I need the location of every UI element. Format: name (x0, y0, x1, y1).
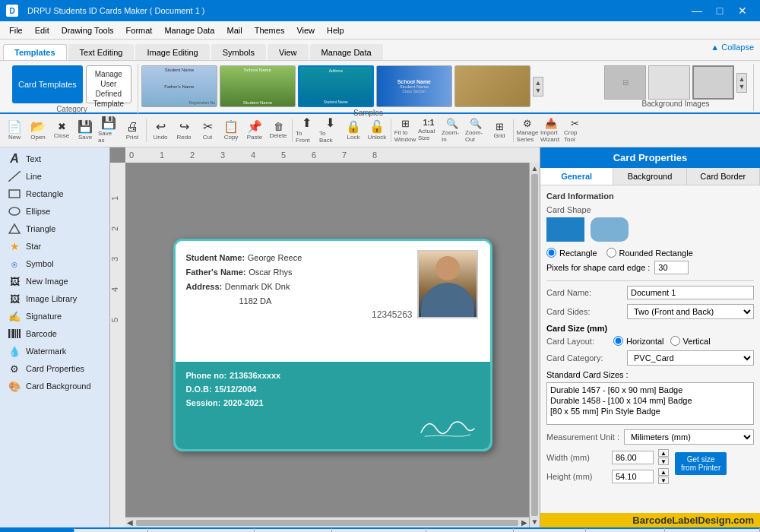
card-properties-tool[interactable]: ⚙ Card Properties (3, 360, 106, 377)
rect-radio[interactable] (546, 248, 556, 258)
send-mail-button[interactable]: Send Mail (514, 528, 585, 532)
grid-button[interactable]: ⊞Grid (488, 117, 511, 144)
unlock-button[interactable]: 🔓Unlock (366, 117, 388, 144)
delete-button[interactable]: 🗑Delete (267, 117, 290, 144)
props-tab-card-border[interactable]: Card Border (687, 168, 760, 185)
std-sizes-list[interactable]: Durable 1457 - [60 x 90 mm] Badge Durabl… (546, 382, 754, 425)
fit-window-button[interactable]: ⊞Fit to Window (394, 117, 416, 144)
tab-symbols[interactable]: Symbols (211, 44, 266, 60)
horizontal-radio[interactable] (613, 336, 623, 346)
width-input[interactable] (612, 451, 654, 464)
copy-button[interactable]: 📋Copy (220, 117, 242, 144)
tab-manage-data[interactable]: Manage Data (310, 44, 383, 60)
cut-button[interactable]: ✂Cut (196, 117, 219, 144)
card-batch-data-button[interactable]: Card Batch Data (665, 528, 760, 532)
close-button[interactable]: ✕ (731, 0, 754, 21)
tab-text-editing[interactable]: Text Editing (68, 44, 135, 60)
close-button-tb[interactable]: ✖Close (50, 117, 73, 144)
symbol-tool[interactable]: ⍟ Symbol (3, 255, 106, 272)
triangle-tool[interactable]: Triangle (3, 220, 106, 237)
samples-scrollbar[interactable]: ▲ ▼ (533, 77, 543, 97)
sample-thumb-2[interactable]: School Name Student Name (220, 65, 296, 107)
crop-tool-button[interactable]: ✂Crop Tool (563, 117, 586, 144)
actual-size-button[interactable]: 1:1Actual Size (417, 117, 440, 144)
watermark-tool[interactable]: 💧 Watermark (3, 343, 106, 359)
sample-thumb-1[interactable]: Student Name Father's Name Registration … (141, 65, 217, 107)
ellipse-tool[interactable]: Ellipse (3, 203, 106, 220)
card-back-button[interactable]: Card Back (74, 528, 148, 532)
menu-view[interactable]: View (290, 21, 321, 40)
pixels-input[interactable] (654, 261, 689, 274)
vertical-radio[interactable] (670, 336, 680, 346)
props-tab-background[interactable]: Background (613, 168, 686, 185)
id-card[interactable]: Student Name: George Reece Father's Name… (173, 239, 492, 451)
bg-thumb-2[interactable] (648, 65, 690, 100)
signature-tool[interactable]: ✍ Signature (3, 308, 106, 325)
tab-templates[interactable]: Templates (3, 44, 67, 60)
sample-thumb-3[interactable]: Address Student Name (298, 65, 374, 107)
import-wizard-button[interactable]: 📥Import Wizard (540, 117, 562, 144)
menu-file[interactable]: File (3, 21, 29, 40)
menu-help[interactable]: Help (321, 21, 350, 40)
new-image-tool[interactable]: 🖼 New Image (3, 273, 106, 290)
card-background-tool[interactable]: 🎨 Card Background (3, 378, 106, 394)
card-category-select[interactable]: PVC_Card Paper Card (627, 350, 754, 366)
print-design-button[interactable]: Print Design (586, 528, 666, 532)
barcode-tool[interactable]: Barcode (3, 325, 106, 342)
bg-thumb-1[interactable]: ⊟ (604, 65, 646, 100)
height-input[interactable] (612, 470, 654, 483)
export-image-button[interactable]: Export as Image (332, 528, 426, 532)
line-tool[interactable]: Line (3, 168, 106, 185)
to-back-button[interactable]: ⬇To Back (318, 117, 341, 144)
get-size-button[interactable]: Get size from Printer (675, 452, 727, 475)
star-tool[interactable]: ★ Star (3, 238, 106, 255)
menu-manage-data[interactable]: Manage Data (158, 21, 220, 40)
redo-button[interactable]: ↪Redo (173, 117, 195, 144)
save-button[interactable]: 💾Save (74, 117, 97, 144)
card-name-input[interactable] (627, 286, 754, 299)
image-library-tool[interactable]: 🖼 Image Library (3, 290, 106, 307)
export-pdf-button[interactable]: PDF Export as PDF (426, 528, 514, 532)
text-tool[interactable]: A Text (3, 150, 106, 167)
rectangle-tool[interactable]: Rectangle (3, 185, 106, 202)
height-up-btn[interactable]: ▲ (658, 468, 669, 476)
measurement-select[interactable]: Milimeters (mm) Inches (624, 429, 754, 445)
std-size-2[interactable]: Durable 1458 - [100 x 104 mm] Badge (549, 395, 752, 406)
std-size-3[interactable]: [80 x 55 mm] Pin Style Badge (549, 406, 752, 416)
sample-thumb-5[interactable] (454, 65, 530, 107)
zoom-in-button[interactable]: 🔍Zoom-In (441, 117, 464, 144)
new-button[interactable]: 📄New (3, 117, 26, 144)
user-defined-btn[interactable]: Manage User Defined Template (86, 65, 131, 103)
bg-thumb-3[interactable] (692, 65, 734, 100)
menu-mail[interactable]: Mail (220, 21, 248, 40)
card-sides-select[interactable]: Two (Front and Back) One (Front Only) (627, 304, 754, 319)
sample-thumb-4[interactable]: School Name Student Name Class Section (376, 65, 452, 107)
height-down-btn[interactable]: ▼ (658, 477, 669, 484)
paste-button[interactable]: 📌Paste (243, 117, 266, 144)
menu-format[interactable]: Format (120, 21, 159, 40)
tab-view[interactable]: View (268, 44, 309, 60)
rounded-radio[interactable] (606, 248, 616, 258)
to-front-button[interactable]: ⬆To Front (295, 117, 318, 144)
bg-scrollbar[interactable]: ▲ ▼ (736, 73, 747, 93)
width-up-btn[interactable]: ▲ (658, 449, 669, 457)
undo-button[interactable]: ↩Undo (149, 117, 172, 144)
manage-series-button[interactable]: ⚙Manage Series (516, 117, 539, 144)
menu-themes[interactable]: Themes (249, 21, 291, 40)
card-templates-btn[interactable]: Card Templates (12, 65, 83, 103)
tab-image-editing[interactable]: Image Editing (135, 44, 209, 60)
user-profile-button[interactable]: User Profile (255, 528, 332, 532)
print-button[interactable]: 🖨Print (121, 117, 144, 144)
minimize-button[interactable]: — (686, 0, 708, 21)
std-size-1[interactable]: Durable 1457 - [60 x 90 mm] Badge (549, 385, 752, 395)
open-button[interactable]: 📂Open (27, 117, 49, 144)
save-as-button[interactable]: 💾Save as (97, 117, 120, 144)
props-tab-general[interactable]: General (540, 168, 613, 185)
width-down-btn[interactable]: ▼ (658, 458, 669, 465)
card-front-button[interactable]: Card Front (0, 528, 74, 532)
collapse-button[interactable]: ▲ Collapse (711, 43, 754, 52)
menu-drawing-tools[interactable]: Drawing Tools (55, 21, 120, 40)
zoom-out-button[interactable]: 🔍Zoom-Out (464, 117, 487, 144)
copy-current-design-button[interactable]: Copy current design (148, 528, 255, 532)
menu-edit[interactable]: Edit (29, 21, 55, 40)
